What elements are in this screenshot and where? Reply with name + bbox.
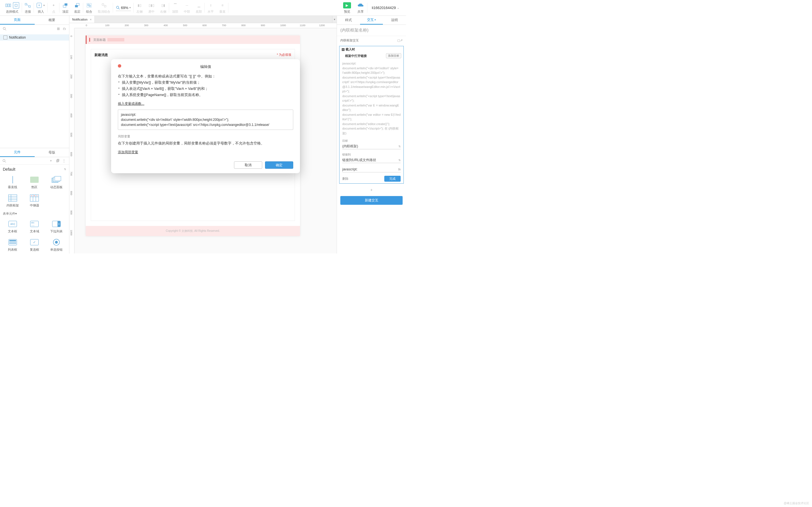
canvas-area: Notification × ▾ 01002003004005006007008… <box>69 16 337 253</box>
ungroup-label: 取消组合 <box>98 10 110 14</box>
pages-search-input[interactable] <box>8 27 54 31</box>
widget-textfield[interactable]: abc|文本框 <box>2 218 23 235</box>
bottom-layer-icon <box>74 2 80 8</box>
tab-scroll-icon[interactable]: ▾ <box>332 16 337 23</box>
widget-textarea[interactable]: abc___文本域 <box>24 218 45 235</box>
add-lib-icon[interactable]: + <box>50 159 54 163</box>
dist-h-icon: ⫴ <box>207 2 214 8</box>
connect-group[interactable]: 连接 <box>22 0 34 15</box>
svg-rect-5 <box>29 6 31 7</box>
top-layer-group[interactable]: 顶层 <box>59 0 71 15</box>
expression-textarea[interactable]: javascript: document.writeln("<div id=\'… <box>118 110 293 130</box>
target-select[interactable] <box>342 144 398 149</box>
search-icon[interactable] <box>2 159 7 163</box>
tab-masters[interactable]: 母版 <box>35 148 69 157</box>
add-folder-icon[interactable]: 🗀 <box>62 26 67 31</box>
linkto-select[interactable] <box>342 157 398 163</box>
close-icon[interactable] <box>118 64 121 68</box>
align-top-group: ▔顶部 <box>169 0 181 15</box>
widget-iframe[interactable]: 内联框架 <box>2 192 23 209</box>
modal-bullet-3: 插入系统变量[[PageName]]，获取当前页面名称。 <box>118 92 293 98</box>
updown-icon[interactable]: ⇅ <box>398 159 401 162</box>
point-icon: ✦ <box>50 2 57 8</box>
doc-tab-notification[interactable]: Notification × <box>69 16 95 23</box>
tab-widgets[interactable]: 元件 <box>0 148 35 157</box>
add-page-icon[interactable]: ⊞ <box>56 26 61 31</box>
group-group[interactable]: 组合 <box>83 0 95 15</box>
widget-dropdown[interactable]: ▾下拉列表 <box>46 218 67 235</box>
svg-rect-11 <box>88 4 89 6</box>
top-toolbar: 选择模式 连接 +▾ 插入 ✦ 点 顶层 底层 组合 取消组合 69% ▾ ▮▯… <box>0 0 406 16</box>
library-select[interactable]: Default ⇅ <box>0 165 69 174</box>
fx-icon[interactable]: fx <box>398 168 401 171</box>
tab-pages[interactable]: 页面 <box>0 16 35 24</box>
widget-radio[interactable]: 单选按钮 <box>46 236 67 253</box>
widget-listbox[interactable]: 列表框 <box>2 236 23 253</box>
ok-button[interactable]: 确定 <box>265 161 293 169</box>
form-widgets-section[interactable]: 表单元件▾ <box>0 209 69 218</box>
align-bottom-icon: ▁ <box>196 2 202 8</box>
widget-hotspot[interactable]: 热区 <box>24 174 45 191</box>
widgets-panel: 元件 母版 + 🗐 ⋮ Default ⇅ 垂直线 热区 动态面板 内联框架 A… <box>0 148 69 253</box>
chevron-down-icon[interactable]: ▾ <box>130 6 131 9</box>
updown-icon: ⇅ <box>64 168 66 171</box>
canvas[interactable]: ▎ 页面标题 新建消息 * 为必填项 Copyright © 文旅科技. All… <box>74 28 337 253</box>
align-left-group: ▮▯左侧 <box>134 0 146 15</box>
widget-name-field[interactable]: (内联框架名称) <box>337 25 406 36</box>
menu-icon[interactable]: ⋮ <box>62 159 67 163</box>
new-interaction-button[interactable]: 新建交互 <box>340 196 403 205</box>
add-action-button[interactable]: + <box>337 186 406 193</box>
select-mode-group[interactable]: 选择模式 <box>2 0 22 15</box>
insert-variable-link[interactable]: 插入变量或函数... <box>118 101 144 107</box>
add-local-var-link[interactable]: 添加局部变量 <box>118 149 138 155</box>
align-middle-group: ─中部 <box>181 0 193 15</box>
align-left-icon: ▮▯ <box>137 2 143 8</box>
insert-group[interactable]: +▾ 插入 <box>34 0 48 15</box>
left-panel: 页面 概要 ⊞ 🗀 Notification 元件 母版 + <box>0 16 69 253</box>
tab-notes[interactable]: 说明 <box>383 16 406 24</box>
zoom-group[interactable]: 69% ▾ <box>113 0 134 15</box>
group-label: 组合 <box>86 10 92 14</box>
share-group[interactable]: 共享 <box>354 0 367 15</box>
group-icon <box>86 2 92 8</box>
event-editor: − 载入时 框架中打开链接 添加目标 javascript: document.… <box>339 46 404 184</box>
widget-repeater[interactable]: ABC中继器 <box>24 192 45 209</box>
collapse-icon[interactable]: − <box>342 48 345 51</box>
dist-v-group: ≡垂直 <box>216 0 229 15</box>
connect-icon <box>25 2 31 8</box>
svg-rect-9 <box>75 5 78 7</box>
widget-checkbox[interactable]: ✓复选框 <box>24 236 45 253</box>
event-name-row[interactable]: − 载入时 <box>340 46 403 53</box>
select-mode-label: 选择模式 <box>6 10 18 14</box>
insert-icon: + <box>37 3 42 8</box>
action-row[interactable]: 框架中打开链接 添加目标 <box>340 53 403 59</box>
bottom-layer-group[interactable]: 底层 <box>71 0 83 15</box>
chevron-down-icon: ▾ <box>43 4 45 7</box>
interaction-settings-icon[interactable]: ▢↗ <box>397 39 403 42</box>
page-item-notification[interactable]: Notification <box>0 34 69 41</box>
add-target-button[interactable]: 添加目标 <box>386 53 401 58</box>
account-menu[interactable]: li16620164429 ⌄ <box>367 0 404 15</box>
close-icon[interactable]: × <box>90 18 91 21</box>
search-icon[interactable] <box>2 26 7 31</box>
svg-point-15 <box>116 6 119 8</box>
url-input[interactable] <box>342 166 398 172</box>
page-tree: Notification <box>0 33 69 42</box>
widget-dynamic-panel[interactable]: 动态面板 <box>46 174 67 191</box>
updown-icon[interactable]: ⇅ <box>398 145 401 148</box>
delete-action-link[interactable]: 删除 <box>342 177 349 181</box>
dist-h-group: ⫴水平 <box>205 0 216 15</box>
target-label: 目标 <box>342 139 401 143</box>
done-button[interactable]: 完成 <box>384 176 401 182</box>
zoom-value[interactable]: 69% <box>121 6 128 10</box>
widget-vline[interactable]: 垂直线 <box>2 174 23 191</box>
tab-style[interactable]: 样式 <box>337 16 360 24</box>
linkto-label: 链接到 <box>342 153 401 157</box>
tab-outline[interactable]: 概要 <box>35 16 69 24</box>
cancel-button[interactable]: 取消 <box>234 161 262 169</box>
tab-interactions[interactable]: 交互• <box>360 16 383 24</box>
lib-icon[interactable]: 🗐 <box>56 159 61 163</box>
preview-group[interactable]: ▶ 预览 <box>340 0 354 15</box>
play-icon: ▶ <box>343 2 351 8</box>
connect-label: 连接 <box>25 10 31 14</box>
